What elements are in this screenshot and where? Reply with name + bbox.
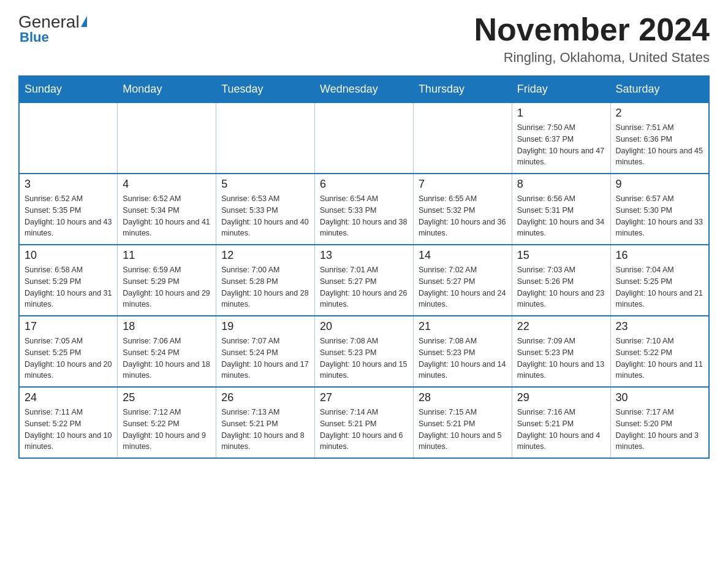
day-number: 26 xyxy=(221,391,309,404)
day-number: 8 xyxy=(517,178,605,191)
calendar-cell: 28Sunrise: 7:15 AMSunset: 5:21 PMDayligh… xyxy=(413,387,512,458)
day-info: Sunrise: 7:02 AMSunset: 5:27 PMDaylight:… xyxy=(419,264,507,310)
day-info: Sunrise: 6:58 AMSunset: 5:29 PMDaylight:… xyxy=(25,264,112,310)
calendar-cell: 22Sunrise: 7:09 AMSunset: 5:23 PMDayligh… xyxy=(512,316,610,387)
day-info: Sunrise: 7:14 AMSunset: 5:21 PMDaylight:… xyxy=(320,407,408,453)
day-info: Sunrise: 6:54 AMSunset: 5:33 PMDaylight:… xyxy=(320,193,408,239)
calendar-week-row: 1Sunrise: 7:50 AMSunset: 6:37 PMDaylight… xyxy=(19,102,709,174)
column-header-saturday: Saturday xyxy=(610,76,709,102)
day-number: 24 xyxy=(25,391,112,404)
day-number: 9 xyxy=(616,178,703,191)
day-number: 3 xyxy=(25,178,112,191)
day-number: 1 xyxy=(517,107,605,120)
day-number: 12 xyxy=(221,249,309,262)
calendar-cell: 9Sunrise: 6:57 AMSunset: 5:30 PMDaylight… xyxy=(610,174,709,245)
calendar-cell: 24Sunrise: 7:11 AMSunset: 5:22 PMDayligh… xyxy=(19,387,118,458)
day-number: 7 xyxy=(419,178,507,191)
page-header: General Blue November 2024 Ringling, Okl… xyxy=(18,12,710,66)
day-number: 14 xyxy=(419,249,507,262)
day-number: 30 xyxy=(616,391,703,404)
day-number: 17 xyxy=(25,320,112,333)
calendar-cell: 16Sunrise: 7:04 AMSunset: 5:25 PMDayligh… xyxy=(610,245,709,316)
column-header-sunday: Sunday xyxy=(19,76,118,102)
calendar-cell: 12Sunrise: 7:00 AMSunset: 5:28 PMDayligh… xyxy=(216,245,315,316)
column-header-thursday: Thursday xyxy=(413,76,512,102)
day-info: Sunrise: 6:56 AMSunset: 5:31 PMDaylight:… xyxy=(517,193,605,239)
calendar-cell: 6Sunrise: 6:54 AMSunset: 5:33 PMDaylight… xyxy=(315,174,414,245)
calendar-cell: 21Sunrise: 7:08 AMSunset: 5:23 PMDayligh… xyxy=(413,316,512,387)
day-info: Sunrise: 7:04 AMSunset: 5:25 PMDaylight:… xyxy=(616,264,703,310)
calendar-cell: 30Sunrise: 7:17 AMSunset: 5:20 PMDayligh… xyxy=(610,387,709,458)
calendar-cell xyxy=(315,102,414,174)
calendar-cell xyxy=(118,102,216,174)
day-info: Sunrise: 7:07 AMSunset: 5:24 PMDaylight:… xyxy=(221,335,309,381)
day-number: 5 xyxy=(221,178,309,191)
day-info: Sunrise: 6:57 AMSunset: 5:30 PMDaylight:… xyxy=(616,193,703,239)
logo-blue-text: Blue xyxy=(18,29,49,45)
day-info: Sunrise: 7:51 AMSunset: 6:36 PMDaylight:… xyxy=(616,122,703,168)
calendar-cell: 11Sunrise: 6:59 AMSunset: 5:29 PMDayligh… xyxy=(118,245,216,316)
calendar-cell: 15Sunrise: 7:03 AMSunset: 5:26 PMDayligh… xyxy=(512,245,610,316)
column-header-tuesday: Tuesday xyxy=(216,76,315,102)
day-number: 2 xyxy=(616,107,703,120)
day-info: Sunrise: 7:12 AMSunset: 5:22 PMDaylight:… xyxy=(123,407,211,453)
day-info: Sunrise: 6:59 AMSunset: 5:29 PMDaylight:… xyxy=(123,264,211,310)
logo-triangle-icon xyxy=(81,16,87,27)
calendar-cell: 14Sunrise: 7:02 AMSunset: 5:27 PMDayligh… xyxy=(413,245,512,316)
day-number: 16 xyxy=(616,249,703,262)
day-info: Sunrise: 7:05 AMSunset: 5:25 PMDaylight:… xyxy=(25,335,112,381)
day-number: 18 xyxy=(123,320,211,333)
column-header-friday: Friday xyxy=(512,76,610,102)
day-number: 21 xyxy=(419,320,507,333)
day-number: 22 xyxy=(517,320,605,333)
calendar-week-row: 10Sunrise: 6:58 AMSunset: 5:29 PMDayligh… xyxy=(19,245,709,316)
calendar-week-row: 3Sunrise: 6:52 AMSunset: 5:35 PMDaylight… xyxy=(19,174,709,245)
calendar-cell: 20Sunrise: 7:08 AMSunset: 5:23 PMDayligh… xyxy=(315,316,414,387)
calendar-cell: 13Sunrise: 7:01 AMSunset: 5:27 PMDayligh… xyxy=(315,245,414,316)
calendar-cell xyxy=(216,102,315,174)
logo: General Blue xyxy=(18,12,87,45)
day-info: Sunrise: 7:15 AMSunset: 5:21 PMDaylight:… xyxy=(419,407,507,453)
calendar-cell: 19Sunrise: 7:07 AMSunset: 5:24 PMDayligh… xyxy=(216,316,315,387)
calendar-cell: 2Sunrise: 7:51 AMSunset: 6:36 PMDaylight… xyxy=(610,102,709,174)
day-number: 25 xyxy=(123,391,211,404)
day-number: 19 xyxy=(221,320,309,333)
calendar-table: SundayMondayTuesdayWednesdayThursdayFrid… xyxy=(18,75,710,459)
month-title: November 2024 xyxy=(474,12,710,47)
day-info: Sunrise: 6:55 AMSunset: 5:32 PMDaylight:… xyxy=(419,193,507,239)
calendar-cell: 3Sunrise: 6:52 AMSunset: 5:35 PMDaylight… xyxy=(19,174,118,245)
day-info: Sunrise: 7:17 AMSunset: 5:20 PMDaylight:… xyxy=(616,407,703,453)
day-info: Sunrise: 7:03 AMSunset: 5:26 PMDaylight:… xyxy=(517,264,605,310)
day-info: Sunrise: 7:13 AMSunset: 5:21 PMDaylight:… xyxy=(221,407,309,453)
day-number: 4 xyxy=(123,178,211,191)
day-number: 13 xyxy=(320,249,408,262)
calendar-cell: 23Sunrise: 7:10 AMSunset: 5:22 PMDayligh… xyxy=(610,316,709,387)
calendar-cell: 18Sunrise: 7:06 AMSunset: 5:24 PMDayligh… xyxy=(118,316,216,387)
day-number: 20 xyxy=(320,320,408,333)
day-number: 23 xyxy=(616,320,703,333)
day-info: Sunrise: 7:09 AMSunset: 5:23 PMDaylight:… xyxy=(517,335,605,381)
day-info: Sunrise: 7:11 AMSunset: 5:22 PMDaylight:… xyxy=(25,407,112,453)
day-info: Sunrise: 7:08 AMSunset: 5:23 PMDaylight:… xyxy=(320,335,408,381)
day-number: 11 xyxy=(123,249,211,262)
calendar-cell: 29Sunrise: 7:16 AMSunset: 5:21 PMDayligh… xyxy=(512,387,610,458)
calendar-cell: 17Sunrise: 7:05 AMSunset: 5:25 PMDayligh… xyxy=(19,316,118,387)
day-info: Sunrise: 7:50 AMSunset: 6:37 PMDaylight:… xyxy=(517,122,605,168)
day-info: Sunrise: 7:16 AMSunset: 5:21 PMDaylight:… xyxy=(517,407,605,453)
calendar-cell: 4Sunrise: 6:52 AMSunset: 5:34 PMDaylight… xyxy=(118,174,216,245)
calendar-cell: 5Sunrise: 6:53 AMSunset: 5:33 PMDaylight… xyxy=(216,174,315,245)
calendar-cell: 7Sunrise: 6:55 AMSunset: 5:32 PMDaylight… xyxy=(413,174,512,245)
day-info: Sunrise: 6:52 AMSunset: 5:35 PMDaylight:… xyxy=(25,193,112,239)
day-info: Sunrise: 6:52 AMSunset: 5:34 PMDaylight:… xyxy=(123,193,211,239)
column-header-monday: Monday xyxy=(118,76,216,102)
calendar-cell: 1Sunrise: 7:50 AMSunset: 6:37 PMDaylight… xyxy=(512,102,610,174)
calendar-week-row: 24Sunrise: 7:11 AMSunset: 5:22 PMDayligh… xyxy=(19,387,709,458)
calendar-cell: 27Sunrise: 7:14 AMSunset: 5:21 PMDayligh… xyxy=(315,387,414,458)
day-info: Sunrise: 7:00 AMSunset: 5:28 PMDaylight:… xyxy=(221,264,309,310)
column-header-wednesday: Wednesday xyxy=(315,76,414,102)
calendar-cell: 8Sunrise: 6:56 AMSunset: 5:31 PMDaylight… xyxy=(512,174,610,245)
calendar-cell xyxy=(413,102,512,174)
title-area: November 2024 Ringling, Oklahoma, United… xyxy=(474,12,710,66)
day-number: 6 xyxy=(320,178,408,191)
calendar-cell: 25Sunrise: 7:12 AMSunset: 5:22 PMDayligh… xyxy=(118,387,216,458)
